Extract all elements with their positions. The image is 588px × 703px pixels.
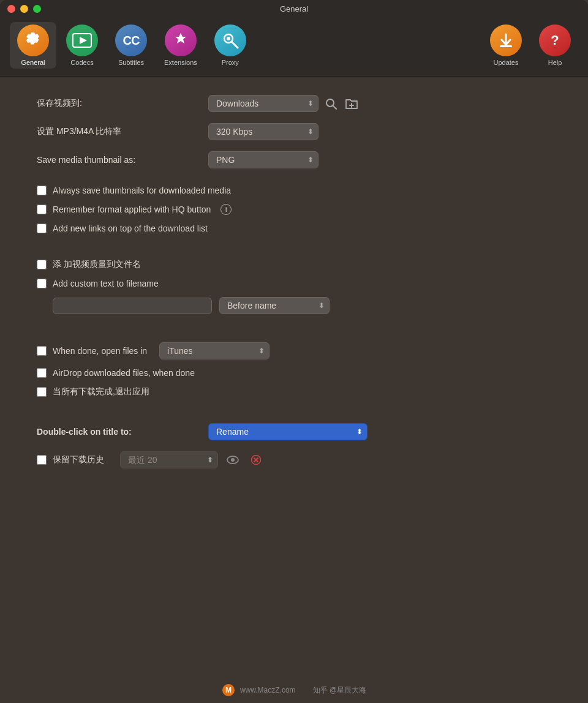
clear-history-button[interactable] (247, 451, 265, 468)
history-row: 保留下载历史 最近 20 最近 50 最近 100 全部 ⬍ (37, 451, 551, 468)
checkbox-thumbnails-row: Always save thumbnails for downloaded me… (37, 186, 551, 195)
double-click-label: Double-click on title to: (37, 427, 208, 437)
window-controls[interactable] (7, 5, 41, 13)
thumbnail-select[interactable]: PNG JPG TIFF (208, 151, 318, 168)
maximize-button[interactable] (33, 5, 41, 13)
save-video-select-wrapper: Downloads Desktop Documents Movies Custo… (208, 95, 318, 112)
checkbox-links-label: Add new links on top of the download lis… (53, 224, 208, 233)
tab-codecs-label: Codecs (70, 59, 93, 66)
custom-text-row: Before name After name ⬍ (53, 297, 551, 314)
extensions-icon (165, 24, 197, 56)
checkbox-history[interactable] (37, 455, 47, 465)
checkbox-quit-label: 当所有下载完成,退出应用 (53, 386, 149, 397)
bitrate-label: 设置 MP3/M4A 比特率 (37, 126, 208, 137)
svg-rect-5 (500, 45, 512, 47)
save-video-select[interactable]: Downloads Desktop Documents Movies Custo… (208, 95, 318, 112)
svg-text:M: M (225, 686, 232, 694)
before-name-select[interactable]: Before name After name (219, 297, 330, 314)
svg-point-11 (231, 458, 235, 462)
double-click-select[interactable]: Rename Open Preview (208, 423, 368, 440)
tab-proxy-label: Proxy (222, 59, 239, 66)
tab-help-label: Help (548, 59, 562, 66)
checkbox-airdrop-row: AirDrop downloaded files, when done (37, 368, 551, 378)
thumbnail-row: Save media thumbnail as: PNG JPG TIFF ⬍ (37, 151, 551, 168)
tab-subtitles-label: Subtitles (118, 59, 144, 66)
codecs-icon (66, 24, 98, 56)
checkbox-custom-text[interactable] (37, 279, 47, 288)
watermark-url: www.MaczZ.com (240, 686, 296, 694)
tab-extensions-label: Extensions (164, 59, 197, 66)
new-folder-button[interactable] (343, 95, 360, 112)
tab-help[interactable]: ? Help (532, 22, 578, 69)
general-icon (17, 24, 49, 56)
save-video-label: 保存视频到: (37, 98, 208, 109)
tab-subtitles[interactable]: CC Subtitles (108, 22, 154, 69)
bitrate-row: 设置 MP3/M4A 比特率 128 Kbps 192 Kbps 256 Kbp… (37, 123, 551, 140)
checkbox-quality-label: 添 加视频质量到文件名 (53, 259, 141, 270)
hq-info-icon[interactable]: i (221, 204, 232, 215)
logo-icon: M (222, 683, 235, 697)
history-select-wrapper: 最近 20 最近 50 最近 100 全部 ⬍ (120, 451, 218, 468)
tab-general-label: General (21, 59, 45, 66)
checkbox-custom-text-label: Add custom text to filename (53, 279, 159, 288)
checkbox-quit-row: 当所有下载完成,退出应用 (37, 386, 551, 397)
save-video-row: 保存视频到: Downloads Desktop Documents Movie… (37, 95, 551, 112)
checkbox-hq-label: Remember format applied with HQ button (53, 205, 211, 214)
when-done-row: When done, open files in iTunes Finder Q… (37, 342, 551, 359)
svg-point-3 (227, 37, 230, 40)
window-title: General (280, 4, 308, 13)
bitrate-select[interactable]: 128 Kbps 192 Kbps 256 Kbps 320 Kbps (208, 123, 318, 140)
tab-updates[interactable]: Updates (483, 22, 529, 69)
history-label: 保留下载历史 (53, 454, 104, 465)
minimize-button[interactable] (20, 5, 28, 13)
thumbnail-label: Save media thumbnail as: (37, 155, 208, 165)
when-done-select-wrapper: iTunes Finder QuickTime Player VLC ⬍ (159, 342, 270, 359)
checkbox-quit[interactable] (37, 387, 47, 397)
proxy-icon (214, 24, 246, 56)
tab-codecs[interactable]: Codecs (59, 22, 105, 69)
svg-line-7 (333, 106, 336, 109)
tab-updates-label: Updates (494, 59, 519, 66)
when-done-label: When done, open files in (53, 346, 147, 356)
checkbox-hq[interactable] (37, 205, 47, 214)
title-bar: General (0, 0, 588, 17)
double-click-select-wrapper: Rename Open Preview ⬍ (208, 423, 368, 440)
content-area: 保存视频到: Downloads Desktop Documents Movie… (0, 77, 588, 677)
history-select[interactable]: 最近 20 最近 50 最近 100 全部 (120, 451, 218, 468)
custom-text-input[interactable] (53, 298, 212, 314)
svg-line-4 (232, 42, 238, 48)
checkbox-quality[interactable] (37, 260, 47, 269)
bitrate-select-wrapper: 128 Kbps 192 Kbps 256 Kbps 320 Kbps ⬍ (208, 123, 318, 140)
checkbox-airdrop-label: AirDrop downloaded files, when done (53, 368, 195, 378)
updates-icon (490, 24, 522, 56)
checkbox-thumbnails-label: Always save thumbnails for downloaded me… (53, 186, 231, 195)
watermark: M www.MaczZ.com 知乎 @星辰大海 (0, 677, 588, 703)
search-folder-button[interactable] (322, 95, 339, 112)
tab-general[interactable]: General (10, 22, 56, 69)
subtitles-icon: CC (115, 24, 147, 56)
eye-button[interactable] (224, 451, 241, 468)
checkbox-custom-text-row: Add custom text to filename (37, 279, 551, 288)
help-icon: ? (539, 24, 571, 56)
toolbar: General Codecs CC Subtitles Extensions (0, 17, 588, 77)
checkbox-quality-row: 添 加视频质量到文件名 (37, 259, 551, 270)
tab-proxy[interactable]: Proxy (207, 22, 254, 69)
tab-extensions[interactable]: Extensions (157, 22, 205, 69)
double-click-row: Double-click on title to: Rename Open Pr… (37, 423, 551, 440)
checkbox-links[interactable] (37, 224, 47, 233)
svg-marker-1 (80, 37, 87, 44)
checkbox-links-row: Add new links on top of the download lis… (37, 224, 551, 233)
thumbnail-select-wrapper: PNG JPG TIFF ⬍ (208, 151, 318, 168)
checkbox-thumbnails[interactable] (37, 186, 47, 195)
close-button[interactable] (7, 5, 15, 13)
checkbox-airdrop[interactable] (37, 368, 47, 378)
when-done-select[interactable]: iTunes Finder QuickTime Player VLC (159, 342, 270, 359)
svg-point-6 (326, 99, 334, 107)
before-name-select-wrapper: Before name After name ⬍ (219, 297, 330, 314)
checkbox-when-done[interactable] (37, 346, 47, 356)
watermark-source: 知乎 @星辰大海 (313, 685, 367, 696)
checkbox-hq-row: Remember format applied with HQ button i (37, 204, 551, 215)
